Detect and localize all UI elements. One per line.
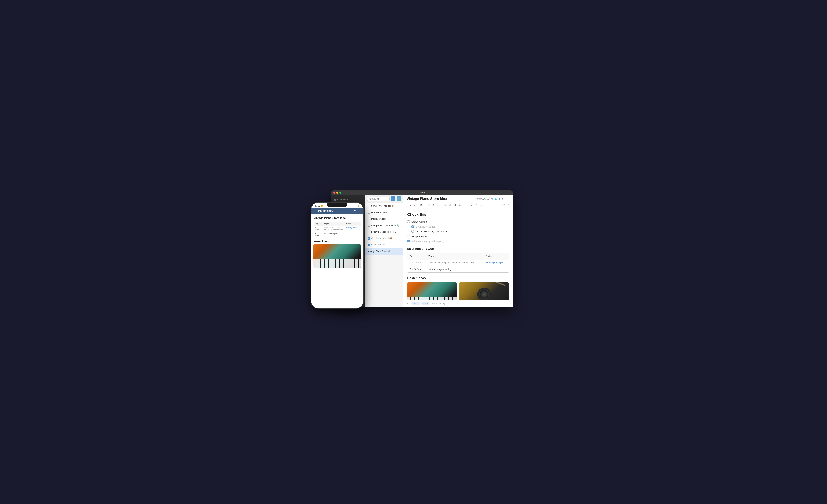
scene: Joplin 📓 NOTEBOOKS + 🗒 All notes ▶ [310, 190, 517, 314]
phone-nav-title: Piano Shop [318, 209, 352, 212]
markdown-icon[interactable]: MD [501, 204, 506, 207]
titlebar: Joplin [331, 190, 513, 195]
info-icon: ℹ [508, 197, 509, 200]
checkbox-parcel[interactable] [368, 237, 370, 240]
phone-sort-button[interactable]: ▼ [354, 209, 356, 212]
search-icon: 🔍 [369, 198, 371, 200]
todo-create-website: Create website [407, 220, 509, 224]
phone-poster-image [313, 244, 361, 268]
vinyl-disc [477, 288, 491, 300]
note-item-friday[interactable]: Friday's Meeting notes 🗒 [366, 229, 403, 235]
check-this-heading: Check this [407, 211, 509, 217]
poster-ideas-heading: Poster ideas [407, 276, 509, 281]
link-button[interactable]: 🔗 [442, 203, 447, 207]
todo-schedule: Schedule meeting with agency [407, 240, 509, 243]
note-title: Vintage Piano Store idea [407, 197, 447, 201]
close-button[interactable] [333, 192, 335, 194]
phone-poster-title: Poster ideas [313, 240, 361, 243]
highlight-button[interactable]: H [427, 203, 431, 207]
phone-more-button[interactable]: ⋮ [358, 209, 361, 213]
note-item-rental[interactable]: Book rental car [366, 242, 403, 248]
cb-create-website[interactable] [407, 220, 410, 223]
minimize-button[interactable] [336, 192, 338, 194]
meetings-heading: Meetings this week [407, 246, 509, 251]
row2-day: Thu 10 June [407, 266, 427, 272]
col-notes: Notes [484, 253, 509, 259]
globe-icon: 🌐 [495, 198, 497, 200]
phone-piano-visual [313, 244, 361, 268]
italic-button[interactable]: I [424, 203, 426, 207]
note-item-piano[interactable]: Vintage Piano Store idea [366, 248, 403, 255]
traffic-lights [333, 192, 341, 194]
note-meta: 03/06/2021 16:49 🌐 fr ⊞ ⬆ ℹ [477, 197, 509, 200]
note-item-deploy[interactable]: Deploy website [366, 216, 403, 222]
strikethrough-button[interactable]: S [431, 203, 435, 207]
search-input[interactable] [372, 198, 388, 200]
notebooks-header: 📓 NOTEBOOKS + [331, 197, 366, 202]
col-day: Day [407, 253, 427, 259]
phone-notch [327, 203, 347, 207]
tags-row: 🏷 piano store Click to add tags... [403, 300, 513, 307]
search-box[interactable]: 🔍 [367, 197, 390, 201]
external-edit-button[interactable]: ↗ [412, 203, 417, 207]
code-block-button[interactable]: {} [453, 203, 457, 207]
row2-notes [484, 266, 509, 272]
phone-row2-topic: Interior design meeting [323, 232, 345, 238]
tag-icon: 🏷 [407, 302, 410, 305]
note-item-parcel[interactable]: Go pick up parcel 📦 [366, 235, 403, 242]
phone-nav-bar: ← Piano Shop ▼ ⋮ [311, 208, 363, 214]
phone-col-day: Day [313, 222, 323, 226]
separator [464, 204, 464, 207]
bold-button[interactable]: B [419, 203, 423, 207]
phone-meeting-link[interactable]: MeetingNotes.pdf [346, 227, 359, 229]
list-ul-button[interactable]: ☰ [465, 203, 469, 207]
maximize-button[interactable] [339, 192, 341, 194]
list-check-button[interactable]: ☑ [474, 203, 478, 207]
checkbox-friday[interactable] [368, 231, 370, 233]
poster-vinyl-image [459, 282, 509, 300]
table-row: Tue 8 June Meeting with supplier - ask a… [407, 259, 509, 266]
checkbox-hire[interactable] [368, 211, 370, 213]
todo-ads: Setup a few ads [407, 235, 509, 238]
phone-screen: Carrier 📶 6:38 PM 🔋 ← Piano Shop ▼ ⋮ Vin… [311, 203, 363, 308]
phone-row2-notes [345, 232, 361, 238]
checkbox-8am[interactable] [368, 205, 370, 207]
checkbox-rental[interactable] [368, 244, 370, 246]
forward-button[interactable]: › [409, 203, 412, 207]
note-item-8am[interactable]: 8am conference call 📋 [366, 203, 403, 209]
add-tag-button[interactable]: Click to add tags... [431, 302, 448, 305]
add-notebook-button[interactable]: + [361, 198, 363, 201]
note-list: 🔍 ✓ ≡ 8am conference call 📋 [366, 195, 403, 307]
note-editor-header: Vintage Piano Store idea 03/06/2021 16:4… [403, 195, 513, 202]
note-item-incorporation[interactable]: Incorporation documents 📎 [366, 222, 403, 229]
note-list-toolbar: 🔍 ✓ ≡ [366, 195, 403, 203]
more2-button[interactable]: ··· [479, 203, 483, 207]
back-button[interactable]: ‹ [405, 203, 408, 207]
checkbox-incorporation[interactable] [368, 224, 370, 226]
cb-payment[interactable] [411, 230, 414, 233]
notebook-icon: 📓 [334, 199, 336, 201]
phone-back-button[interactable]: ← [313, 209, 317, 213]
new-todo-button[interactable]: ≡ [396, 196, 401, 201]
todo-payment: Check online payment services [411, 230, 509, 234]
new-note-button[interactable]: ✓ [391, 196, 395, 201]
edit-icon[interactable]: ✎ [507, 203, 510, 207]
code-inline-button[interactable]: <> [448, 203, 453, 207]
meeting-notes-link[interactable]: MeetingNotes.pdf [486, 261, 503, 264]
note-item-hire[interactable]: Hire accountant [366, 209, 403, 216]
note-editor: Vintage Piano Store idea 03/06/2021 16:4… [403, 195, 513, 307]
tag-piano[interactable]: piano [411, 302, 420, 305]
tag-store[interactable]: store [421, 302, 429, 305]
phone-note-title: Vintage Piano Store Idea [313, 216, 361, 219]
cb-get-logo[interactable] [411, 225, 414, 228]
carrier-label: Carrier 📶 [314, 205, 324, 207]
checkbox-deploy[interactable] [368, 218, 370, 220]
attachment-button[interactable]: 📎 [457, 203, 462, 207]
phone-content: Vintage Piano Store Idea Day Topic Notes… [311, 214, 363, 308]
more-format-button[interactable]: ··· [436, 203, 440, 207]
cb-schedule[interactable] [407, 240, 410, 242]
phone: Carrier 📶 6:38 PM 🔋 ← Piano Shop ▼ ⋮ Vin… [310, 202, 364, 309]
list-ol-button[interactable]: ≡ [470, 203, 473, 207]
poster-images [407, 282, 509, 300]
cb-ads[interactable] [407, 235, 410, 238]
